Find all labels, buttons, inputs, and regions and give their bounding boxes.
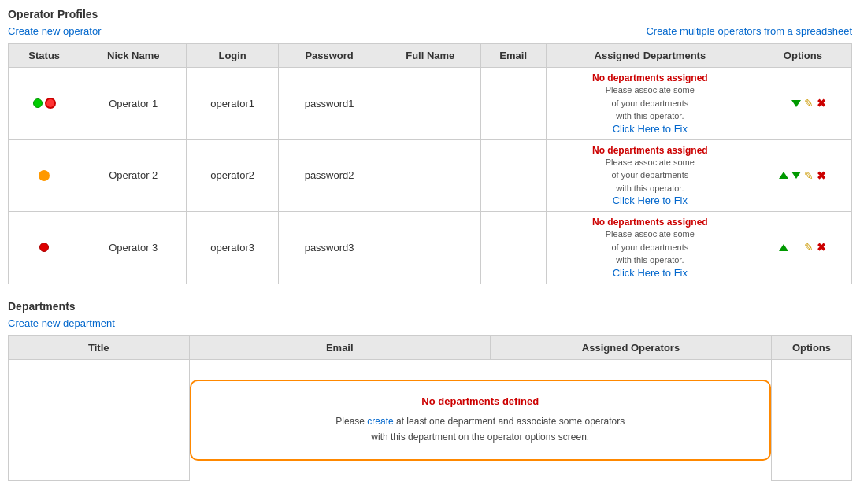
click-fix-link-3[interactable]: Click Here to Fix bbox=[613, 267, 688, 279]
no-departments-box: No departments defined Please create at … bbox=[190, 380, 772, 461]
fullname-cell-1 bbox=[380, 68, 480, 140]
email-cell-2 bbox=[480, 139, 546, 212]
login-cell-3: operator3 bbox=[187, 212, 279, 284]
col-options: Options bbox=[754, 44, 851, 68]
password-cell-1: password1 bbox=[279, 68, 380, 140]
dept-empty-left bbox=[9, 359, 190, 480]
departments-table: Title Email Assigned Operators Options N… bbox=[8, 335, 852, 481]
assigned-dept-cell-2: No departments assigned Please associate… bbox=[546, 139, 754, 212]
departments-section: Departments Create new department Title … bbox=[8, 300, 852, 481]
departments-table-header-row: Title Email Assigned Operators Options bbox=[9, 335, 852, 359]
operator-profiles-section: Operator Profiles Create new operator Cr… bbox=[8, 8, 852, 284]
options-cell-2: ✎ ✖ bbox=[754, 139, 851, 212]
create-new-department-link[interactable]: Create new department bbox=[8, 317, 115, 329]
dept-col-email: Email bbox=[189, 335, 491, 359]
status-dot-green bbox=[33, 98, 43, 108]
move-up-icon-3[interactable] bbox=[779, 244, 788, 251]
col-assigned-depts: Assigned Departments bbox=[546, 44, 754, 68]
no-dept-box-text: Please create at least one department an… bbox=[215, 413, 747, 446]
status-cell-1 bbox=[9, 68, 80, 140]
no-departments-row: No departments defined Please create at … bbox=[9, 359, 852, 480]
col-status: Status bbox=[9, 44, 80, 68]
operators-table: Status Nick Name Login Password Full Nam… bbox=[8, 43, 852, 284]
power-icon bbox=[45, 98, 56, 109]
table-row: Operator 2 operator2 password2 No depart… bbox=[9, 139, 852, 212]
edit-icon-1[interactable]: ✎ bbox=[804, 97, 814, 109]
dept-empty-right bbox=[772, 359, 852, 480]
table-row: Operator 3 operator3 password3 No depart… bbox=[9, 212, 852, 284]
assigned-dept-cell-1: No departments assigned Please associate… bbox=[546, 68, 754, 140]
delete-icon-3[interactable]: ✖ bbox=[817, 241, 826, 254]
clock-icon bbox=[39, 170, 50, 181]
no-dept-box-title: No departments defined bbox=[215, 395, 747, 407]
create-multiple-operators-link[interactable]: Create multiple operators from a spreads… bbox=[646, 25, 852, 37]
password-cell-3: password3 bbox=[279, 212, 380, 284]
status-dot-red bbox=[39, 243, 49, 252]
fullname-cell-3 bbox=[380, 212, 480, 284]
no-dept-message-cell: No departments defined Please create at … bbox=[189, 359, 772, 480]
options-cell-3: ✎ ✖ bbox=[754, 212, 851, 284]
delete-icon-1[interactable]: ✖ bbox=[817, 97, 826, 109]
status-cell-3 bbox=[9, 212, 80, 284]
create-new-operator-link[interactable]: Create new operator bbox=[8, 25, 102, 37]
create-dept-inline-link[interactable]: create bbox=[367, 416, 393, 427]
move-up-icon-2[interactable] bbox=[779, 172, 788, 179]
operator-profiles-header: Create new operator Create multiple oper… bbox=[8, 25, 852, 37]
edit-icon-2[interactable]: ✎ bbox=[804, 169, 814, 182]
options-cell-1: ✎ ✖ bbox=[754, 68, 851, 140]
login-cell-1: operator1 bbox=[187, 68, 279, 140]
col-fullname: Full Name bbox=[380, 44, 480, 68]
fullname-cell-2 bbox=[380, 139, 480, 212]
move-down-icon-1[interactable] bbox=[791, 100, 801, 107]
nickname-cell-3: Operator 3 bbox=[80, 212, 187, 284]
dept-col-title: Title bbox=[9, 335, 190, 359]
operator-profiles-title: Operator Profiles bbox=[8, 8, 852, 20]
delete-icon-2[interactable]: ✖ bbox=[817, 169, 826, 182]
assigned-dept-cell-3: No departments assigned Please associate… bbox=[546, 212, 754, 284]
click-fix-link-2[interactable]: Click Here to Fix bbox=[613, 195, 688, 206]
email-cell-3 bbox=[480, 212, 546, 284]
click-fix-link-1[interactable]: Click Here to Fix bbox=[613, 123, 688, 135]
status-cell-2 bbox=[9, 139, 80, 212]
operators-table-header-row: Status Nick Name Login Password Full Nam… bbox=[9, 44, 852, 68]
departments-title: Departments bbox=[8, 300, 852, 313]
edit-icon-3[interactable]: ✎ bbox=[804, 241, 814, 254]
dept-col-options: Options bbox=[772, 335, 852, 359]
table-row: Operator 1 operator1 password1 No depart… bbox=[9, 68, 852, 140]
nickname-cell-2: Operator 2 bbox=[80, 139, 187, 212]
col-password: Password bbox=[279, 44, 380, 68]
nickname-cell-1: Operator 1 bbox=[80, 68, 187, 140]
dept-col-assigned-operators: Assigned Operators bbox=[491, 335, 772, 359]
password-cell-2: password2 bbox=[279, 139, 380, 212]
email-cell-1 bbox=[480, 68, 546, 140]
col-email: Email bbox=[480, 44, 546, 68]
col-login: Login bbox=[187, 44, 279, 68]
move-down-icon-2[interactable] bbox=[791, 172, 801, 179]
login-cell-2: operator2 bbox=[187, 139, 279, 212]
col-nickname: Nick Name bbox=[80, 44, 187, 68]
